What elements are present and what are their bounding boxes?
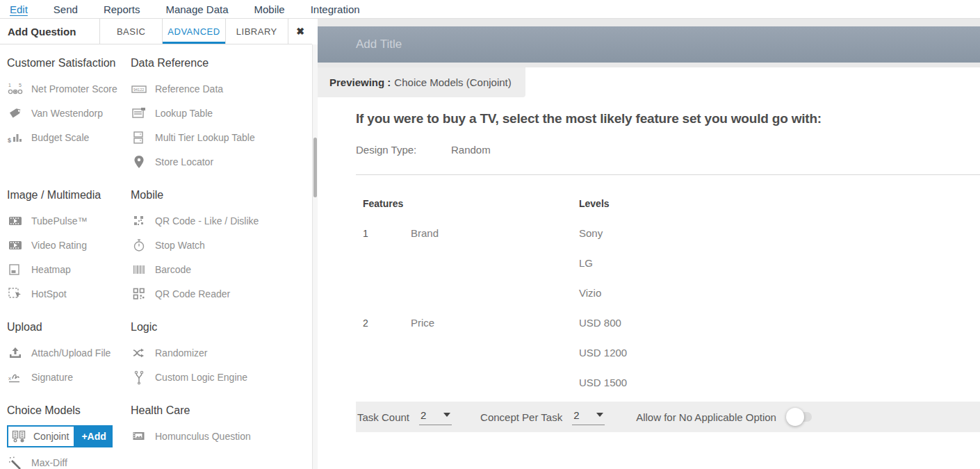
item-van-westendorp[interactable]: Van Westendorp [7,101,131,125]
concept-per-task-dropdown[interactable]: 2 [572,409,605,425]
feature-row: 2PriceUSD 800USD 1200USD 1500 [363,317,980,406]
levels-list: SonyLGVizio [579,227,603,317]
item-attach-upload-file[interactable]: Attach/Upload File [7,340,131,365]
item-homunculus-question[interactable]: Homunculus Question [131,424,312,448]
item-qr-code-reader[interactable]: QR Code Reader [131,281,312,306]
item-multi-tier-lookup-table[interactable]: Multi Tier Lookup Table [131,125,312,149]
section-image-multimedia: Image / MultimediaTubePulse™Video Rating… [7,181,131,313]
item-max-diff[interactable]: Max-Diff [7,450,131,469]
section-title: Mobile [131,189,312,201]
design-type-value: Random [451,144,491,156]
add-conjoint-button[interactable]: +Add [75,425,112,447]
item-signature[interactable]: xSignature [7,365,131,389]
section-logic: LogicRandomizerCustom Logic Engine [131,313,312,396]
design-type-label: Design Type: [356,144,451,156]
item-conjoint[interactable]: Conjoint [7,425,75,447]
level-value: USD 1200 [579,347,627,377]
add-title-input[interactable]: Add Title [318,26,980,63]
item-stop-watch[interactable]: Stop Watch [131,233,312,257]
item-label: Budget Scale [31,132,89,143]
map-pin-icon [131,154,147,170]
shuffle-icon [131,345,147,361]
tab-advanced[interactable]: ADVANCED [163,19,225,44]
feature-number: 1 [363,227,411,239]
nav-item-integration[interactable]: Integration [311,3,360,15]
item-label: Multi Tier Lookup Table [155,132,255,143]
qr-code-icon [131,213,147,229]
item-hotspot[interactable]: HotSpot [7,281,131,306]
item-heatmap[interactable]: Heatmap [7,257,131,281]
section-title: Customer Satisfaction [7,57,131,69]
item-barcode[interactable]: Barcode [131,257,312,281]
item-label: QR Code Reader [155,288,230,299]
item-conjoint-selected: Conjoint+Add [7,424,131,449]
concept-per-task-label: Concept Per Task [480,411,562,423]
item-reference-data[interactable]: 94122Reference Data [131,76,312,101]
panel-scrollbar[interactable] [312,44,318,469]
tab-library[interactable]: LIBRARY [226,19,288,44]
upload-icon [7,345,24,361]
lookup-table-icon [131,105,147,122]
item-label: Randomizer [155,347,207,359]
item-label: Max-Diff [31,457,67,468]
previewing-value: Choice Models (Conjoint) [394,76,511,88]
item-budget-scale[interactable]: $Budget Scale [7,125,131,149]
item-video-rating[interactable]: Video Rating [7,233,131,257]
svg-text:94122: 94122 [133,87,144,91]
barcode-icon [131,261,147,278]
nav-item-manage-data[interactable]: Manage Data [165,3,228,15]
heatmap-image-icon [7,261,24,278]
concept-per-task-value: 2 [573,409,579,421]
no-applicable-option-toggle[interactable] [788,412,812,422]
toggle-knob [786,408,804,426]
conjoint-controls-bar: Task Count 2 Concept Per Task 2 Allow fo… [356,402,980,432]
task-count-dropdown[interactable]: 2 [419,409,452,425]
section-mobile: MobileQR Code - Like / DislikeStop Watch… [131,181,312,313]
section-data-reference: Data Reference94122Reference DataLookup … [131,49,312,181]
item-label: Custom Logic Engine [155,372,247,383]
add-question-panel: Add Question BASICADVANCEDLIBRARY ✖ Cust… [0,19,312,469]
question-text[interactable]: If you were to buy a TV, select the most… [356,111,822,126]
item-qr-code-like-dislike[interactable]: QR Code - Like / Dislike [131,208,312,233]
section-title: Image / Multimedia [7,189,131,201]
item-net-promoter-score[interactable]: 15Net Promoter Score [7,76,131,101]
features-table: Features Levels 1BrandSonyLGVizio2PriceU… [363,198,980,406]
item-tubepulse[interactable]: TubePulse™ [7,208,131,233]
scrollbar-thumb[interactable] [313,138,317,197]
nav-item-mobile[interactable]: Mobile [254,3,285,15]
item-lookup-table[interactable]: Lookup Table [131,101,312,125]
section-title: Health Care [131,404,312,417]
close-icon[interactable]: ✖ [288,19,312,44]
section-upload: UploadAttach/Upload FilexSignature [7,313,131,396]
item-store-locator[interactable]: Store Locator [131,149,312,174]
tab-basic[interactable]: BASIC [100,19,163,44]
section-customer-satisfaction: Customer Satisfaction15Net Promoter Scor… [7,49,131,181]
nav-item-edit[interactable]: Edit [10,3,28,15]
item-custom-logic-engine[interactable]: Custom Logic Engine [131,365,312,389]
feature-number: 2 [363,317,411,329]
item-label: Net Promoter Score [31,83,117,94]
top-nav: EditSendReportsManage DataMobileIntegrat… [0,0,980,19]
features-table-header: Features Levels [363,198,980,209]
item-randomizer[interactable]: Randomizer [131,340,312,365]
level-value: USD 800 [579,317,627,347]
qr-reader-icon [131,286,147,302]
item-label: QR Code - Like / Dislike [155,215,259,227]
item-label: Heatmap [31,264,71,275]
task-count-value: 2 [420,409,426,421]
panel-tabs: BASICADVANCEDLIBRARY [99,19,288,44]
item-label: Attach/Upload File [31,347,111,359]
price-tag-icon [7,105,24,122]
section-title: Upload [7,321,131,334]
nav-item-reports[interactable]: Reports [104,3,140,15]
item-label: Stop Watch [155,240,205,251]
svg-text:1: 1 [8,83,11,88]
picture-film-icon [131,428,147,445]
nav-item-send[interactable]: Send [54,3,78,15]
item-label: HotSpot [31,288,67,299]
level-value: Vizio [579,287,603,317]
item-label: Conjoint [33,431,69,442]
hotspot-cursor-icon [7,286,24,302]
item-label: Barcode [155,264,191,275]
item-label: Lookup Table [155,108,213,119]
